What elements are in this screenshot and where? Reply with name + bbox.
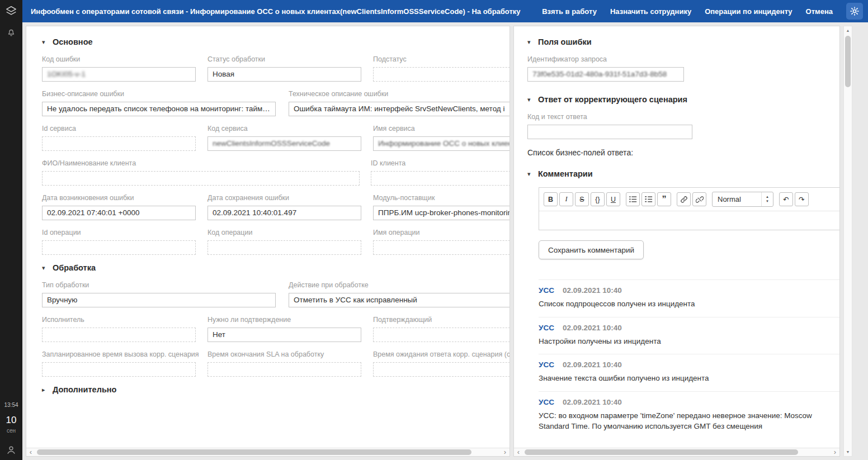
comment-item: УСС 02.09.2021 10:40 УСС: во входном пар… <box>539 391 840 439</box>
left-panel-hscrollbar[interactable]: ‹ › <box>26 448 510 456</box>
redacted-value: 1OKI05-v-1 <box>47 70 86 78</box>
comment-author: УСС <box>539 286 554 295</box>
scroll-right-icon[interactable]: › <box>501 448 510 456</box>
request-id-input[interactable]: 73f0e535-01d2-480a-931f-51a7d3-8b58 <box>527 67 684 82</box>
error-saved-date-input[interactable]: 02.09.2021 10:40:01.497 <box>207 206 361 220</box>
scroll-left-icon[interactable]: ‹ <box>514 448 523 456</box>
numbered-list-button[interactable] <box>641 192 655 206</box>
service-id-input[interactable] <box>42 136 196 151</box>
operation-name-input[interactable] <box>373 240 510 255</box>
response-wait-time-input[interactable] <box>373 362 510 377</box>
form-row: Тип обработки Вручную Действие при обраб… <box>42 281 510 307</box>
supplier-module-input[interactable]: ППРБ.ИМ ucp-broker-phones-monitoring <box>373 206 510 220</box>
operation-id-input[interactable] <box>42 240 196 255</box>
processing-status-input[interactable]: Новая <box>207 67 361 82</box>
confirmer-input[interactable] <box>373 328 510 342</box>
hscroll-thumb[interactable] <box>37 449 471 455</box>
technical-description-input[interactable]: Ошибка таймаута ИМ: интерфейс SrvSetNewC… <box>289 102 510 116</box>
section-processing[interactable]: ▾ Обработка <box>42 263 510 272</box>
undo-button[interactable]: ↶ <box>779 192 793 206</box>
comment-author: УСС <box>539 361 554 369</box>
italic-button[interactable]: I <box>559 192 573 206</box>
response-code-input[interactable] <box>527 125 692 139</box>
service-code-input[interactable]: newClientsInformOSSServiceCode <box>207 136 361 151</box>
planned-call-time-input[interactable] <box>42 362 196 377</box>
error-code-input[interactable]: 1OKI05-v-1 <box>42 67 196 82</box>
comment-text: Список подпроцессов получен из инцидента <box>539 298 840 310</box>
comment-timestamp: 02.09.2021 10:40 <box>563 324 622 332</box>
executor-input[interactable] <box>42 328 196 342</box>
comment-item: УСС 02.09.2021 10:40 Значение текста оши… <box>539 354 840 391</box>
field-processing-status: Статус обработки Новая <box>207 55 361 82</box>
hscroll-thumb[interactable] <box>525 449 798 455</box>
save-comment-button[interactable]: Сохранить комментарий <box>539 240 644 259</box>
undo-icon: ↶ <box>783 195 789 203</box>
section-correction-response-title: Ответ от корректирующего сценария <box>538 95 687 104</box>
code-icon: {} <box>595 196 600 203</box>
action-cancel[interactable]: Отмена <box>806 7 833 16</box>
settings-gear-button[interactable] <box>846 3 863 20</box>
calendar-day: 10 <box>6 415 17 426</box>
action-incident-operations[interactable]: Операции по инциденту <box>705 7 792 16</box>
action-take-to-work[interactable]: Взять в работу <box>542 7 597 16</box>
vscroll-track[interactable] <box>844 35 852 448</box>
form-row: Запланированное время вызова корр. сцена… <box>42 350 510 377</box>
service-name-input[interactable]: Информирование ОСС о новых клиентах <box>373 136 510 151</box>
comment-text-input[interactable] <box>539 211 840 230</box>
form-row: Исполнитель Нужно ли подтверждение Нет П… <box>42 316 510 342</box>
strikethrough-button[interactable]: S <box>575 192 589 206</box>
vertical-scrollbar[interactable]: ▲ ▼ <box>843 26 852 457</box>
field-label: Бизнес-описание ошибки <box>42 90 276 98</box>
sla-end-time-input[interactable] <box>207 362 361 377</box>
right-panel-hscrollbar[interactable]: ‹ › <box>514 448 839 456</box>
redacted-value: Информирование ОСС о новых клиентах <box>378 139 510 148</box>
hscroll-track[interactable] <box>523 448 831 456</box>
action-assign-employee[interactable]: Назначить сотруднику <box>610 7 691 16</box>
strikethrough-icon: S <box>579 196 584 203</box>
vscroll-thumb[interactable] <box>845 36 851 87</box>
scroll-up-icon[interactable]: ▲ <box>846 26 850 35</box>
insert-link-button[interactable] <box>677 192 691 206</box>
user-profile-icon[interactable] <box>6 444 17 456</box>
section-error-fields[interactable]: ▾ Поля ошибки <box>527 37 840 46</box>
section-additional[interactable]: ▸ Дополнительно <box>42 385 510 394</box>
redo-icon: ↷ <box>799 195 804 203</box>
link-icon <box>680 196 688 203</box>
blockquote-button[interactable]: ” <box>657 192 671 206</box>
bullet-list-button[interactable] <box>626 192 640 206</box>
scroll-right-icon[interactable]: › <box>831 448 839 456</box>
field-operation-code: Код операции <box>207 229 361 255</box>
operation-code-input[interactable] <box>207 240 361 255</box>
section-correction-response[interactable]: ▾ Ответ от корректирующего сценария <box>527 95 840 104</box>
redacted-value: newClientsInformOSSServiceCode <box>213 139 330 148</box>
redo-button[interactable]: ↷ <box>795 192 809 206</box>
scroll-down-icon[interactable]: ▼ <box>846 448 850 456</box>
substatus-input[interactable] <box>373 67 510 82</box>
processing-action-input[interactable]: Отметить в УСС как исправленный <box>289 293 510 307</box>
client-name-input[interactable] <box>42 171 360 186</box>
section-main[interactable]: ▾ Основное <box>42 37 510 46</box>
business-description-input[interactable]: Не удалось передать список телефонов на … <box>42 102 276 116</box>
error-occurred-date-input[interactable]: 02.09.2021 07:40:01 +0000 <box>42 206 196 220</box>
underline-button[interactable]: U <box>606 192 620 206</box>
form-row: Id операции Код операции Имя операции <box>42 229 510 255</box>
remove-link-button[interactable] <box>692 192 706 206</box>
paragraph-style-select[interactable]: Normal ▲ ▼ <box>712 192 773 207</box>
comment-editor: B I S {} U ” <box>539 187 840 230</box>
app-logo-icon[interactable] <box>5 5 17 17</box>
notifications-bell-icon[interactable] <box>6 27 16 38</box>
bold-button[interactable]: B <box>544 192 558 206</box>
scroll-left-icon[interactable]: ‹ <box>26 448 35 456</box>
link-group <box>677 192 706 206</box>
processing-type-input[interactable]: Вручную <box>42 293 276 307</box>
gear-icon <box>850 6 860 16</box>
code-button[interactable]: {} <box>591 192 605 206</box>
hscroll-track[interactable] <box>35 448 501 456</box>
need-confirmation-input[interactable]: Нет <box>207 328 361 342</box>
section-comments[interactable]: ▾ Комментарии <box>527 169 840 178</box>
field-service-id: Id сервиса <box>42 125 196 151</box>
error-details-panel: ▾ Поля ошибки Идентификатор запроса 73f0… <box>513 26 840 457</box>
header-bar: Инфообмен с операторами сотовой связи - … <box>22 0 868 22</box>
section-comments-title: Комментарии <box>538 169 593 178</box>
client-id-input[interactable] <box>371 171 510 186</box>
